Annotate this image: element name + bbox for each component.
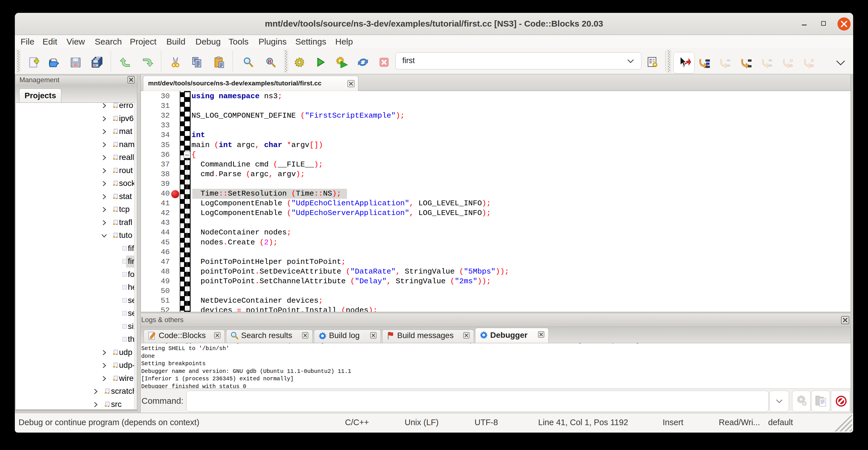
svg-text:R: R [268,59,271,64]
